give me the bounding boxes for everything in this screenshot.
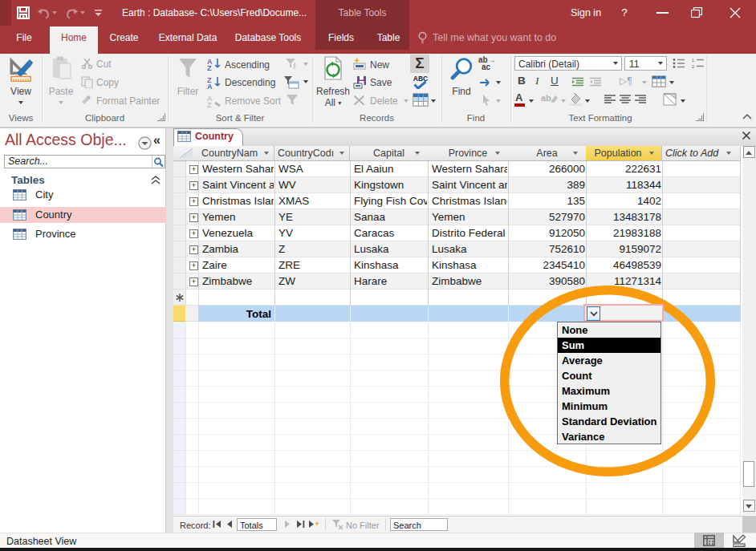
svg-text:A: A bbox=[207, 83, 213, 89]
svg-text:Z: Z bbox=[207, 64, 212, 71]
svg-text:1: 1 bbox=[692, 58, 694, 63]
svg-text:Z: Z bbox=[207, 101, 212, 107]
svg-text:2: 2 bbox=[692, 64, 694, 69]
